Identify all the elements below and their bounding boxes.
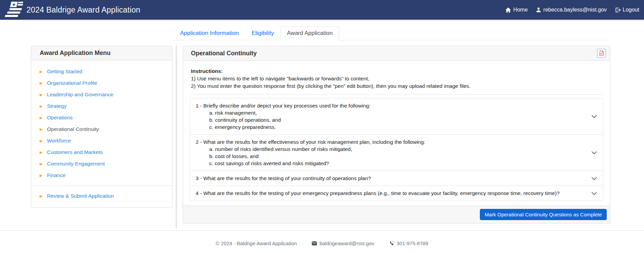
logout-label: Logout: [623, 7, 639, 13]
triangle-right-icon: ▶: [40, 174, 42, 177]
question-2-text: 2 - What are the results for the effecti…: [196, 138, 425, 167]
export-pdf-button[interactable]: [597, 49, 606, 58]
main-column: Operational Continuity Instructions: 1) …: [176, 46, 610, 228]
tab-award-application[interactable]: Award Application: [280, 26, 339, 40]
footer-phone: 301-975-8789: [397, 240, 428, 246]
logout-link[interactable]: Logout: [615, 7, 639, 13]
triangle-right-icon: ▶: [40, 93, 42, 97]
sidebar-item-getting-started[interactable]: ▶ Getting Started: [40, 66, 165, 77]
question-4-header[interactable]: 4 - What are the results for the testing…: [190, 186, 603, 200]
operational-continuity-panel: Operational Continuity Instructions: 1) …: [183, 46, 610, 223]
triangle-right-icon: ▶: [40, 128, 42, 131]
sidebar-item-label: Review & Submit Application: [47, 193, 114, 199]
baldrige-logo: ★: [3, 1, 23, 19]
sidebar-item-label: Operations: [47, 115, 73, 121]
sidebar-menu-list: ▶ Getting Started ▶ Organizational Profi…: [31, 60, 172, 207]
menu-divider: [31, 186, 172, 186]
user-email: rebecca.bayless@nist.gov: [543, 7, 607, 13]
chevron-down-icon: [591, 190, 598, 197]
triangle-right-icon: ▶: [40, 151, 42, 154]
sidebar-item-organizational-profile[interactable]: ▶ Organizational Profile: [40, 77, 165, 89]
phone-icon: [389, 241, 394, 246]
copyright-text: © 2024 - Baldrige Award Application: [216, 240, 297, 246]
page-footer: © 2024 - Baldrige Award Application bald…: [0, 230, 644, 253]
panel-footer: Mark Operational Continuity Questions as…: [183, 206, 610, 223]
logout-icon: [615, 7, 621, 13]
sidebar-title: Award Application Menu: [31, 46, 172, 60]
footer-email: baldrigeaward@nist.gov: [319, 240, 374, 246]
instruction-line-2: 2) You must enter the question response …: [191, 82, 603, 90]
sidebar-item-label: Organizational Profile: [47, 80, 97, 86]
content-area: Award Application Menu ▶ Getting Started…: [31, 46, 610, 228]
tab-application-information[interactable]: Application Information: [174, 26, 245, 40]
sidebar-item-finance[interactable]: ▶ Finance: [40, 170, 165, 181]
envelope-icon: [312, 241, 317, 246]
user-icon: [536, 7, 541, 13]
sidebar-item-label: Operational Continuity: [47, 126, 99, 132]
triangle-right-icon: ▶: [40, 116, 42, 120]
question-3-text: 3 - What are the results for the testing…: [196, 175, 371, 182]
triangle-right-icon: ▶: [40, 139, 42, 143]
question-4-text: 4 - What are the results for the testing…: [196, 190, 560, 197]
mark-complete-button[interactable]: Mark Operational Continuity Questions as…: [480, 209, 607, 220]
sidebar-item-label: Strategy: [47, 103, 66, 109]
award-application-menu: Award Application Menu ▶ Getting Started…: [31, 46, 173, 208]
triangle-right-icon: ▶: [40, 81, 42, 85]
tab-strip: Application Information Eligibility Awar…: [174, 26, 610, 40]
question-1-header[interactable]: 1 - Briefly describe and/or depict your …: [190, 98, 603, 134]
home-icon: [505, 7, 511, 13]
app-title: 2024 Baldrige Award Application: [26, 5, 140, 15]
sidebar-item-label: Customers and Markets: [47, 149, 103, 155]
questions-accordion: 1 - Briefly describe and/or depict your …: [190, 98, 603, 201]
pdf-file-icon: [599, 51, 604, 56]
sidebar-item-label: Leadership and Governance: [47, 92, 113, 98]
chevron-down-icon: [591, 149, 598, 156]
sidebar-item-label: Getting Started: [47, 69, 82, 75]
panel-title: Operational Continuity: [191, 50, 257, 57]
sidebar-item-operations[interactable]: ▶ Operations: [40, 112, 165, 123]
footer-phone-link[interactable]: 301-975-8789: [389, 240, 428, 246]
sidebar-item-review-and-submit[interactable]: ▶ Review & Submit Application: [40, 190, 165, 202]
sidebar-item-operational-continuity[interactable]: ▶ Operational Continuity: [40, 123, 165, 135]
instruction-line-1: 1) Use menu items to the left to navigat…: [191, 75, 603, 82]
triangle-right-icon: ▶: [40, 194, 42, 198]
user-account-link[interactable]: rebecca.bayless@nist.gov: [536, 7, 607, 13]
sidebar-item-leadership-and-governance[interactable]: ▶ Leadership and Governance: [40, 89, 165, 100]
question-2-header[interactable]: 2 - What are the results for the effecti…: [190, 134, 603, 171]
home-link[interactable]: Home: [505, 7, 528, 13]
sidebar-item-label: Workforce: [47, 138, 71, 144]
sidebar-item-strategy[interactable]: ▶ Strategy: [40, 100, 165, 112]
top-nav-links: Home rebecca.bayless@nist.gov Logout: [505, 7, 639, 13]
panel-body: Instructions: 1) Use menu items to the l…: [183, 61, 610, 206]
section-divider: [190, 94, 603, 95]
sidebar-item-label: Finance: [47, 172, 65, 178]
sidebar-item-customers-and-markets[interactable]: ▶ Customers and Markets: [40, 147, 165, 158]
question-1-text: 1 - Briefly describe and/or depict your …: [196, 102, 370, 131]
footer-email-link[interactable]: baldrigeaward@nist.gov: [312, 240, 374, 246]
top-navbar: ★ 2024 Baldrige Award Application Home r…: [0, 0, 644, 20]
triangle-right-icon: ▶: [40, 104, 42, 108]
sidebar-item-community-engagement[interactable]: ▶ Community Engagement: [40, 158, 165, 170]
tab-eligibility[interactable]: Eligibility: [245, 26, 280, 40]
instructions-heading: Instructions:: [191, 67, 603, 75]
sidebar-item-workforce[interactable]: ▶ Workforce: [40, 135, 165, 147]
triangle-right-icon: ▶: [40, 162, 42, 166]
triangle-right-icon: ▶: [40, 70, 42, 74]
home-label: Home: [513, 7, 528, 13]
sidebar-item-label: Community Engagement: [47, 161, 105, 167]
chevron-down-icon: [591, 175, 598, 182]
chevron-down-icon: [591, 113, 598, 120]
question-3-header[interactable]: 3 - What are the results for the testing…: [190, 171, 603, 186]
